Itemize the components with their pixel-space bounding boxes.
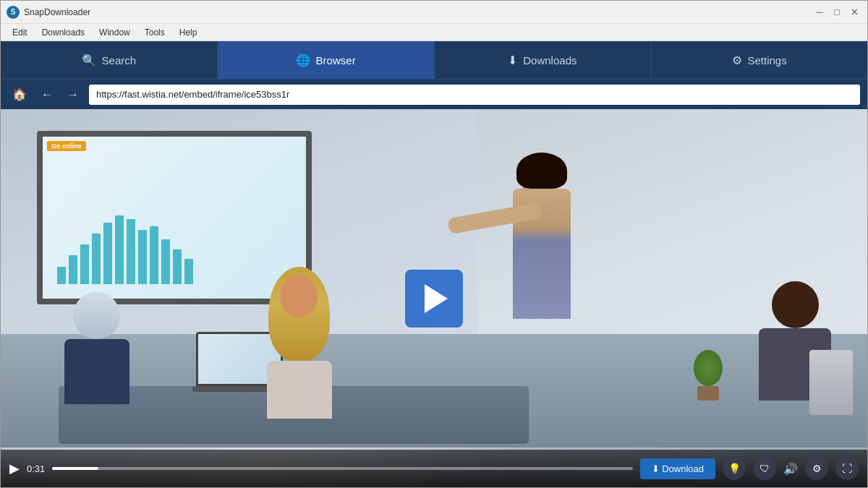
title-bar: S SnapDownloader ─ □ ✕ — [1, 1, 867, 24]
progress-bar[interactable] — [52, 467, 632, 470]
chart-bar-7 — [127, 219, 135, 284]
volume-icon: 🔊 — [783, 463, 798, 475]
person-blonde — [268, 267, 332, 419]
url-input[interactable] — [89, 85, 860, 105]
play-triangle-icon — [425, 284, 448, 313]
settings-tab-icon: ⚙ — [732, 53, 742, 67]
tab-bar: 🔍 Search 🌐 Browser ⬇ Downloads ⚙ Setting… — [1, 41, 867, 79]
fullscreen-icon: ⛶ — [842, 463, 852, 474]
menu-bar: Edit Downloads Window Tools Help — [1, 24, 867, 41]
plant — [694, 350, 723, 401]
menu-tools[interactable]: Tools — [139, 26, 171, 39]
chart-bar-3 — [80, 244, 89, 284]
chart-bar-2 — [69, 255, 77, 284]
volume-button[interactable]: 🔊 — [783, 462, 798, 476]
lightbulb-icon: 💡 — [728, 463, 741, 474]
menu-help[interactable]: Help — [174, 26, 203, 39]
browser-tab-icon: 🌐 — [296, 53, 310, 67]
tab-settings-label: Settings — [748, 54, 787, 67]
blonde-head — [280, 275, 318, 317]
presenter-figure — [491, 153, 592, 406]
play-overlay-button[interactable] — [405, 270, 463, 328]
live-badge: Go online — [47, 141, 86, 151]
chart-bar-5 — [103, 223, 112, 284]
settings-button-video[interactable]: ⚙ — [805, 457, 828, 480]
lightbulb-button[interactable]: 💡 — [723, 457, 746, 480]
home-button[interactable]: 🏠 — [8, 85, 31, 104]
plant-pot — [697, 386, 719, 401]
window-controls: ─ □ ✕ — [812, 5, 861, 20]
title-bar-left: S SnapDownloader — [7, 6, 812, 19]
downloads-tab-icon: ⬇ — [508, 53, 517, 67]
tab-downloads-label: Downloads — [523, 54, 576, 67]
person-right-head — [772, 281, 819, 328]
back-button[interactable]: ← — [37, 85, 57, 104]
tab-browser-label: Browser — [316, 54, 356, 67]
chart-bar-11 — [173, 249, 182, 284]
tab-search[interactable]: 🔍 Search — [1, 41, 218, 79]
minimize-button[interactable]: ─ — [812, 5, 827, 20]
plant-leaves — [694, 350, 723, 386]
chart-area — [57, 215, 193, 284]
video-controls-bar: ▶ 0:31 ⬇ Download 💡 🛡 🔊 ⚙ ⛶ — [1, 450, 867, 487]
person-left-head — [73, 292, 120, 339]
menu-window[interactable]: Window — [93, 26, 136, 39]
chart-bar-12 — [184, 259, 193, 284]
menu-downloads[interactable]: Downloads — [36, 26, 90, 39]
presenter-hair — [516, 153, 567, 189]
fullscreen-button[interactable]: ⛶ — [835, 457, 859, 480]
person-left-body — [64, 339, 129, 404]
close-button[interactable]: ✕ — [847, 5, 861, 20]
shield-button[interactable]: 🛡 — [753, 457, 776, 480]
menu-edit[interactable]: Edit — [7, 26, 33, 39]
play-pause-button[interactable]: ▶ — [9, 461, 20, 476]
tab-downloads[interactable]: ⬇ Downloads — [435, 41, 652, 79]
address-bar: 🏠 ← → — [1, 79, 867, 109]
maximize-button[interactable]: □ — [830, 5, 844, 20]
blonde-body — [267, 361, 332, 419]
search-tab-icon: 🔍 — [82, 53, 96, 67]
chart-bar-8 — [138, 230, 147, 284]
shield-icon: 🛡 — [760, 463, 770, 474]
tab-search-label: Search — [102, 54, 137, 67]
chart-bar-6 — [115, 215, 124, 284]
tab-browser[interactable]: 🌐 Browser — [218, 41, 435, 79]
blonde-hair — [268, 267, 330, 361]
tab-settings[interactable]: ⚙ Settings — [651, 41, 867, 79]
app-window: S SnapDownloader ─ □ ✕ Edit Downloads Wi… — [0, 0, 868, 488]
chart-bar-9 — [150, 226, 158, 284]
app-icon: S — [7, 6, 20, 19]
chair-right — [809, 350, 853, 415]
person-left — [73, 292, 129, 404]
time-display: 0:31 — [27, 463, 45, 474]
chart-bar-1 — [57, 267, 66, 284]
chart-bar-10 — [161, 239, 170, 284]
download-button[interactable]: ⬇ Download — [640, 458, 715, 479]
screen-content: Go online — [43, 137, 306, 299]
video-area: Go online — [1, 109, 867, 487]
settings-icon-video: ⚙ — [812, 463, 822, 474]
app-title: SnapDownloader — [24, 7, 90, 17]
progress-fill — [52, 467, 98, 470]
forward-button[interactable]: → — [63, 85, 83, 104]
chart-bar-4 — [92, 234, 101, 284]
